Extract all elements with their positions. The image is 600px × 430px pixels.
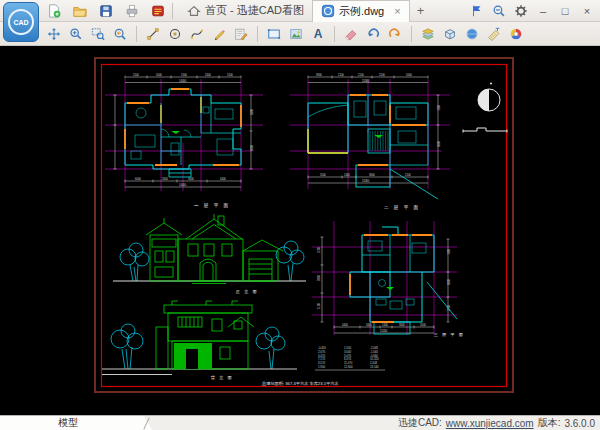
- tab-home[interactable]: 首页 - 迅捷CAD看图: [179, 0, 312, 22]
- dimension-labels: 3900 2100 2100 2100 5000 15300 5500 1400…: [316, 73, 441, 183]
- axis-lines: [105, 79, 263, 191]
- toolbar-separator-2: [257, 26, 258, 42]
- cad-logo-text: CAD: [8, 9, 34, 35]
- spline-tool-button[interactable]: [187, 24, 207, 44]
- measure-ruler-icon: [487, 27, 501, 41]
- save-button[interactable]: [96, 1, 116, 21]
- tree-right: [276, 241, 304, 281]
- new-tab-button[interactable]: +: [410, 0, 432, 22]
- pencil-draw-button[interactable]: [209, 24, 229, 44]
- redo-button[interactable]: [385, 24, 405, 44]
- drawing-frame: [95, 58, 513, 392]
- open-folder-icon: [73, 4, 87, 18]
- layers-button[interactable]: [418, 24, 438, 44]
- undo-button[interactable]: [363, 24, 383, 44]
- version-value: 3.6.0.0: [564, 418, 595, 429]
- eraser-icon: [344, 27, 358, 41]
- svg-text:2100: 2100: [405, 173, 411, 177]
- pan-move-icon: [47, 27, 61, 41]
- convert-pdf-button[interactable]: [148, 1, 168, 21]
- status-bar: 模型 迅捷CAD: www.xunjiecad.com 版本: 3.6.0.0: [0, 415, 600, 430]
- green-marker: [386, 287, 394, 290]
- spline-tool-icon: [190, 27, 204, 41]
- zoom-window-button[interactable]: [88, 24, 108, 44]
- image-icon: [289, 27, 303, 41]
- circle-tool-icon: [168, 27, 182, 41]
- svg-text:3600: 3600: [447, 279, 451, 285]
- svg-text:3400: 3400: [366, 323, 372, 327]
- toolbar-separator-4: [411, 26, 412, 42]
- tree-left: [111, 324, 143, 369]
- titlebar-separator: [172, 3, 173, 19]
- new-file-button[interactable]: [44, 1, 64, 21]
- svg-text:2100: 2100: [379, 73, 385, 77]
- svg-text:15300: 15300: [362, 179, 370, 183]
- svg-text:4400: 4400: [342, 323, 348, 327]
- front-elevation: [113, 214, 306, 284]
- open-file-button[interactable]: [70, 1, 90, 21]
- svg-text:3900: 3900: [317, 275, 321, 281]
- version-label: 版本:: [538, 416, 561, 430]
- annotate-button[interactable]: [231, 24, 251, 44]
- svg-text:4400: 4400: [220, 177, 226, 181]
- tab-home-label: 首页 - 迅捷CAD看图: [205, 3, 304, 18]
- model-space-tab[interactable]: 模型: [0, 416, 152, 430]
- website-link[interactable]: www.xunjiecad.com: [446, 418, 534, 429]
- svg-text:15300: 15300: [362, 79, 370, 83]
- close-button[interactable]: ×: [580, 5, 594, 17]
- toolbar-separator-1: [136, 26, 137, 42]
- tab-close-button[interactable]: ×: [394, 5, 400, 17]
- dimension-labels: 4400 3400 1400 3600 2000 15200 2400 3900…: [317, 247, 451, 334]
- pan-button[interactable]: [44, 24, 64, 44]
- tab-document[interactable]: 示例.dwg ×: [312, 0, 410, 22]
- print-icon: [125, 4, 139, 18]
- feedback-flag-icon[interactable]: [470, 4, 484, 18]
- settings-gear-icon[interactable]: [514, 4, 528, 18]
- svg-text:14400: 14400: [179, 183, 187, 187]
- cube-3d-button[interactable]: [440, 24, 460, 44]
- viewport-button[interactable]: [264, 24, 284, 44]
- color-wheel-icon: [509, 27, 523, 41]
- redo-icon: [388, 27, 402, 41]
- tree-right: [256, 327, 285, 369]
- svg-text:3600: 3600: [369, 173, 375, 177]
- model-tab-label: 模型: [58, 416, 78, 430]
- svg-text:5000: 5000: [156, 73, 162, 77]
- app-logo[interactable]: CAD: [3, 2, 39, 42]
- color-palette-button[interactable]: [506, 24, 526, 44]
- zoom-search-icon[interactable]: [492, 4, 506, 18]
- dwg-file-icon: [321, 4, 335, 18]
- minimize-button[interactable]: –: [536, 5, 550, 17]
- drawing-canvas[interactable]: 1500 5000 1500 2400 1500 14400 6000 2600…: [0, 46, 600, 415]
- zoom-extents-button[interactable]: [110, 24, 130, 44]
- insert-image-button[interactable]: [286, 24, 306, 44]
- elevation2-title: 背 立 面: [211, 375, 233, 380]
- svg-text:2000: 2000: [420, 323, 426, 327]
- line-tool-button[interactable]: [143, 24, 163, 44]
- measure-button[interactable]: [484, 24, 504, 44]
- wall-accents-yellow: [161, 97, 201, 123]
- walls: [350, 227, 457, 334]
- eraser-button[interactable]: [341, 24, 361, 44]
- svg-text:3000: 3000: [188, 177, 194, 181]
- circle-tool-button[interactable]: [165, 24, 185, 44]
- svg-text:6000: 6000: [135, 177, 141, 181]
- svg-text:1800: 1800: [437, 105, 441, 111]
- text-tool-button[interactable]: A: [308, 24, 328, 44]
- maximize-button[interactable]: □: [558, 5, 572, 17]
- zoom-window-icon: [91, 27, 105, 41]
- undo-icon: [366, 27, 380, 41]
- back-elevation: [102, 301, 297, 375]
- svg-text:2600: 2600: [162, 177, 168, 181]
- zoom-in-button[interactable]: [66, 24, 86, 44]
- elevation1-title: 正 立 面: [236, 289, 258, 294]
- floor-plan-1: 1500 5000 1500 2400 1500 14400 6000 2600…: [105, 73, 263, 191]
- svg-text:3300: 3300: [250, 109, 254, 115]
- dimension-labels: 1500 5000 1500 2400 1500 14400 6000 2600…: [133, 73, 254, 187]
- toolbar-separator-3: [334, 26, 335, 42]
- render-view-button[interactable]: [462, 24, 482, 44]
- svg-text:1500: 1500: [181, 73, 187, 77]
- wall-accents-yellow: [308, 129, 348, 153]
- svg-text:2400: 2400: [205, 73, 211, 77]
- print-button[interactable]: [122, 1, 142, 21]
